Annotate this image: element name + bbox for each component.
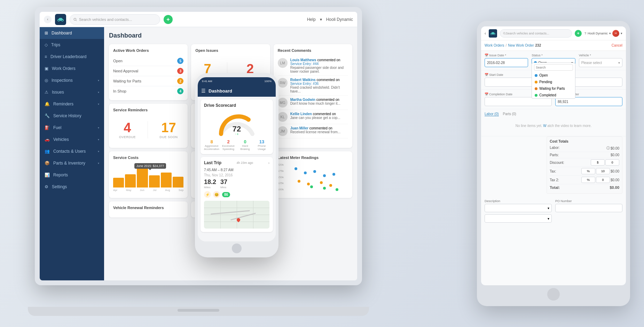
last-trip-section: Last Trip 4h 23m ago › 7:45 AM – 8:27 AM… [201,157,273,232]
vehicle-select[interactable]: Please select ▾ [579,58,622,67]
breadcrumb: Work Orders / New Work Order 232 Cancel [481,40,626,51]
hamburger-menu-icon[interactable]: ☰ [201,88,206,94]
scatter-dot [313,170,316,173]
status-list: Open Pending Waiting for Parts Completed [532,63,575,99]
comment-text-louis: Repaired passenger side door and lower r… [290,66,348,73]
due-soon-count: 17 [159,120,178,135]
sidebar-item-fuel[interactable]: ⛽ Fuel ▾ [40,122,104,134]
chevron-down-icon-reminders: ▾ [98,103,99,106]
status-opt-pending[interactable]: Pending [532,79,575,85]
comment-item-5: JM Juan Miller commented on Received lic… [278,124,348,138]
sidebar-label-trips: Trips [51,42,60,47]
comment-name-robert: Robert Watkins [290,78,316,82]
tax-value-input[interactable] [596,168,610,174]
stat-braking-label: HardBraking [237,144,253,151]
tax2-value-input[interactable] [596,177,610,183]
sidebar-item-service-history[interactable]: 🔧 Service History [40,110,104,122]
sidebar-item-reminders[interactable]: 🔔 Reminders ▾ [40,98,104,110]
sidebar-item-dashboard[interactable]: ⊞ Dashboard [40,27,104,39]
bar-may [125,174,136,188]
search-bar[interactable]: Search vehicles and contacts... [70,14,160,25]
tablet-form: 📅 Issue Date * 2016-02-28 Status * [481,51,626,285]
svg-line-4 [76,20,77,21]
status-opt-completed[interactable]: Completed [532,92,575,98]
discount-type-input[interactable] [591,159,605,166]
sidebar-item-parts-inventory[interactable]: 📦 Parts & Inventory ▾ [40,157,104,169]
scatter-dot [329,184,332,187]
cost-totals-section: Cost Totals Labor: ⓘ $0.00 Parts: [481,136,626,197]
cancel-button[interactable]: Cancel [612,43,622,47]
tablet-search[interactable]: Search vehicles and contacts... [500,29,572,38]
service-costs-card: Service Costs June 2015: $24,377 [109,151,188,198]
stat-speeding-num: 2 [221,139,236,144]
scatter-dot [307,183,310,185]
sidebar-item-trips[interactable]: ◇ Trips [40,39,104,51]
labor-tab[interactable]: Labor (0) [485,112,499,116]
service-history-icon: 🔧 [45,113,50,118]
add-button[interactable]: + [164,15,173,24]
score-stats: 8 AggressiveAcceleration 2 ExcessiveSpee… [204,139,269,151]
tax2-type-input[interactable] [581,177,595,183]
status-opt-open[interactable]: Open [532,72,575,79]
stat-aggressive-num: 8 [204,139,219,144]
cost-totals: Cost Totals Labor: ⓘ $0.00 Parts: [547,136,622,194]
sidebar-item-vehicles[interactable]: 🚗 Vehicles ▾ [40,134,104,145]
comment-link-louis[interactable]: Service Entry: #44 [290,62,319,66]
comment-text-juan: Received license renewal from... [290,130,341,134]
meter-readings-title: Latest Meter Readings [278,155,348,160]
cost-row-tax: Tax: $0.00 [550,167,619,176]
wo-item-in-shop[interactable]: In Shop 4 [113,86,183,96]
sidebar-item-driver-leaderboard[interactable]: ≡ Driver Leaderboard [40,51,104,63]
issue-date-input[interactable]: 2016-02-28 [485,58,528,67]
description-select-2[interactable]: ▾ [485,214,552,223]
comment-action-2: commented on [316,78,339,82]
po-number-input[interactable] [555,204,622,212]
learn-link[interactable]: W [543,124,546,128]
stat-phone-num: 13 [254,139,269,144]
wo-item-need-approval[interactable]: Need Approval 3 [113,66,183,76]
bar-jul [149,175,160,188]
wo-item-open[interactable]: Open 5 [113,56,183,66]
service-reminders-title: Service Reminders [113,108,183,112]
parts-tab[interactable]: Parts (0) [503,112,516,116]
tablet-home-button[interactable] [547,288,560,301]
overdue-reminders-label: OVERDUE [119,135,136,139]
sidebar-label-reports: Reports [53,173,68,177]
chevron-down-icon: ▾ [98,79,99,82]
sidebar-item-inspections[interactable]: ◎ Inspections ▾ [40,74,104,86]
sidebar-item-reports[interactable]: 📊 Reports [40,169,104,181]
svg-point-2 [62,19,63,21]
comment-name-juan: Juan Miller [290,126,308,130]
breadcrumb-new-work-order[interactable]: New Work Order [508,43,534,47]
phone-home-button[interactable] [232,244,242,253]
sidebar-item-contacts-users[interactable]: 👥 Contacts & Users ▾ [40,145,104,157]
sidebar-item-work-orders[interactable]: ▣ Work Orders [40,63,104,74]
breadcrumb-work-orders[interactable]: Work Orders [485,43,504,47]
wo-shop-badge: 4 [177,88,183,94]
page-title: Dashboard [109,32,352,39]
trip-chevron-icon[interactable]: › [268,161,269,165]
tablet-add-button[interactable]: + [575,30,582,37]
status-search[interactable] [534,64,573,71]
reminders-icon: 🔔 [45,102,50,106]
wo-open-label: Open [113,59,123,63]
comment-link-robert[interactable]: Service Entry: #36 [290,82,319,86]
sidebar-item-issues[interactable]: ⚠ Issues ▾ [40,86,104,98]
stat-aggressive-label: AggressiveAcceleration [204,144,219,151]
company-name: Hooli Dynamic [326,17,353,22]
sidebar-item-settings[interactable]: ⚙ Settings [40,181,104,193]
vehicle-label: Vehicle * [579,54,622,57]
wo-item-waiting-parts[interactable]: Waiting for Parts 2 [113,76,183,86]
sidebar-label-reminders: Reminders [53,102,73,106]
back-button[interactable]: ‹ [44,16,52,23]
wo-approval-label: Need Approval [113,69,138,73]
issues-icon: ⚠ [45,90,48,95]
fuel-icon: ⛽ [45,125,50,130]
discount-value-input[interactable] [605,159,619,166]
tablet-back-button[interactable]: ‹ [485,31,486,36]
tax-type-input[interactable] [581,168,595,174]
status-opt-waiting[interactable]: Waiting for Parts [532,85,575,92]
description-select[interactable]: ▾ [485,204,552,212]
labor-icon: ⓘ [606,146,610,151]
workorders-icon: ▣ [45,66,48,71]
